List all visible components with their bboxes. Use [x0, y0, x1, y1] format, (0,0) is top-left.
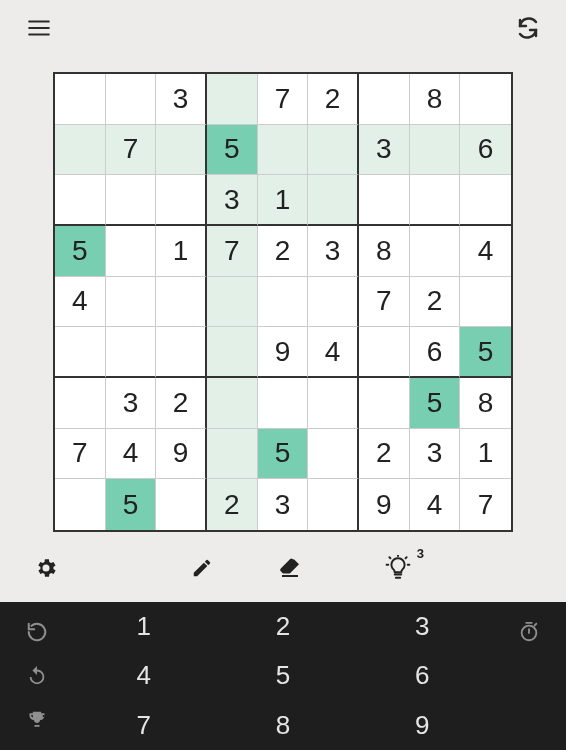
cell-r0-c1[interactable]	[106, 74, 157, 125]
cell-r7-c6[interactable]: 2	[359, 429, 410, 480]
cell-r0-c8[interactable]	[460, 74, 511, 125]
cell-r1-c0[interactable]	[55, 125, 106, 176]
cell-r6-c8[interactable]: 8	[460, 378, 511, 429]
cell-r0-c6[interactable]	[359, 74, 410, 125]
cell-r1-c4[interactable]	[258, 125, 309, 176]
cell-r4-c1[interactable]	[106, 277, 157, 328]
cell-r3-c6[interactable]: 8	[359, 226, 410, 277]
cell-r2-c6[interactable]	[359, 175, 410, 226]
cell-r5-c8[interactable]: 5	[460, 327, 511, 378]
cell-r8-c1[interactable]: 5	[106, 479, 157, 530]
cell-r0-c4[interactable]: 7	[258, 74, 309, 125]
cell-r3-c7[interactable]	[410, 226, 461, 277]
cell-r1-c8[interactable]: 6	[460, 125, 511, 176]
numkey-9[interactable]: 9	[353, 701, 492, 750]
cell-r3-c5[interactable]: 3	[308, 226, 359, 277]
cell-r3-c3[interactable]: 7	[207, 226, 258, 277]
cell-r0-c5[interactable]: 2	[308, 74, 359, 125]
cell-r8-c5[interactable]	[308, 479, 359, 530]
cell-r0-c3[interactable]	[207, 74, 258, 125]
cell-r3-c0[interactable]: 5	[55, 226, 106, 277]
trophy-icon[interactable]	[25, 708, 49, 732]
cell-r2-c3[interactable]: 3	[207, 175, 258, 226]
numkey-3[interactable]: 3	[353, 602, 492, 651]
menu-icon[interactable]	[26, 15, 52, 41]
cell-r8-c3[interactable]: 2	[207, 479, 258, 530]
cell-r5-c3[interactable]	[207, 327, 258, 378]
cell-r8-c7[interactable]: 4	[410, 479, 461, 530]
cell-r2-c0[interactable]	[55, 175, 106, 226]
cell-r5-c6[interactable]	[359, 327, 410, 378]
cell-r3-c2[interactable]: 1	[156, 226, 207, 277]
cell-r8-c0[interactable]	[55, 479, 106, 530]
cell-r7-c0[interactable]: 7	[55, 429, 106, 480]
refresh-icon[interactable]	[516, 16, 540, 40]
cell-r5-c0[interactable]	[55, 327, 106, 378]
gear-icon[interactable]	[32, 554, 60, 582]
cell-r2-c1[interactable]	[106, 175, 157, 226]
cell-r1-c1[interactable]: 7	[106, 125, 157, 176]
undo-icon[interactable]	[25, 664, 49, 688]
cell-r6-c3[interactable]	[207, 378, 258, 429]
cell-r8-c4[interactable]: 3	[258, 479, 309, 530]
cell-r3-c8[interactable]: 4	[460, 226, 511, 277]
cell-r1-c3[interactable]: 5	[207, 125, 258, 176]
cell-r6-c2[interactable]: 2	[156, 378, 207, 429]
cell-r4-c5[interactable]	[308, 277, 359, 328]
cell-r1-c7[interactable]	[410, 125, 461, 176]
cell-r2-c5[interactable]	[308, 175, 359, 226]
numkey-8[interactable]: 8	[213, 701, 352, 750]
cell-r7-c4[interactable]: 5	[258, 429, 309, 480]
restart-icon[interactable]	[25, 620, 49, 644]
lightbulb-icon[interactable]	[384, 554, 412, 582]
numkey-4[interactable]: 4	[74, 651, 213, 700]
cell-r5-c1[interactable]	[106, 327, 157, 378]
cell-r7-c1[interactable]: 4	[106, 429, 157, 480]
cell-r6-c4[interactable]	[258, 378, 309, 429]
cell-r7-c5[interactable]	[308, 429, 359, 480]
numkey-1[interactable]: 1	[74, 602, 213, 651]
timer-icon[interactable]	[517, 620, 541, 644]
eraser-icon[interactable]	[276, 554, 304, 582]
cell-r2-c7[interactable]	[410, 175, 461, 226]
cell-r2-c4[interactable]: 1	[258, 175, 309, 226]
cell-r6-c0[interactable]	[55, 378, 106, 429]
numkey-7[interactable]: 7	[74, 701, 213, 750]
cell-r0-c0[interactable]	[55, 74, 106, 125]
cell-r7-c8[interactable]: 1	[460, 429, 511, 480]
cell-r8-c2[interactable]	[156, 479, 207, 530]
cell-r4-c8[interactable]	[460, 277, 511, 328]
cell-r6-c5[interactable]	[308, 378, 359, 429]
cell-r4-c7[interactable]: 2	[410, 277, 461, 328]
numkey-6[interactable]: 6	[353, 651, 492, 700]
cell-r5-c5[interactable]: 4	[308, 327, 359, 378]
cell-r4-c4[interactable]	[258, 277, 309, 328]
cell-r5-c4[interactable]: 9	[258, 327, 309, 378]
cell-r4-c0[interactable]: 4	[55, 277, 106, 328]
cell-r4-c2[interactable]	[156, 277, 207, 328]
cell-r8-c6[interactable]: 9	[359, 479, 410, 530]
cell-r4-c3[interactable]	[207, 277, 258, 328]
cell-r1-c2[interactable]	[156, 125, 207, 176]
cell-r2-c8[interactable]	[460, 175, 511, 226]
cell-r7-c7[interactable]: 3	[410, 429, 461, 480]
cell-r2-c2[interactable]	[156, 175, 207, 226]
pencil-icon[interactable]	[188, 554, 216, 582]
numkey-5[interactable]: 5	[213, 651, 352, 700]
cell-r3-c1[interactable]	[106, 226, 157, 277]
cell-r8-c8[interactable]: 7	[460, 479, 511, 530]
cell-r5-c7[interactable]: 6	[410, 327, 461, 378]
cell-r6-c7[interactable]: 5	[410, 378, 461, 429]
numkey-2[interactable]: 2	[213, 602, 352, 651]
cell-r6-c1[interactable]: 3	[106, 378, 157, 429]
cell-r6-c6[interactable]	[359, 378, 410, 429]
cell-r3-c4[interactable]: 2	[258, 226, 309, 277]
cell-r0-c7[interactable]: 8	[410, 74, 461, 125]
cell-r1-c5[interactable]	[308, 125, 359, 176]
cell-r0-c2[interactable]: 3	[156, 74, 207, 125]
cell-r4-c6[interactable]: 7	[359, 277, 410, 328]
cell-r5-c2[interactable]	[156, 327, 207, 378]
cell-r7-c3[interactable]	[207, 429, 258, 480]
cell-r1-c6[interactable]: 3	[359, 125, 410, 176]
cell-r7-c2[interactable]: 9	[156, 429, 207, 480]
